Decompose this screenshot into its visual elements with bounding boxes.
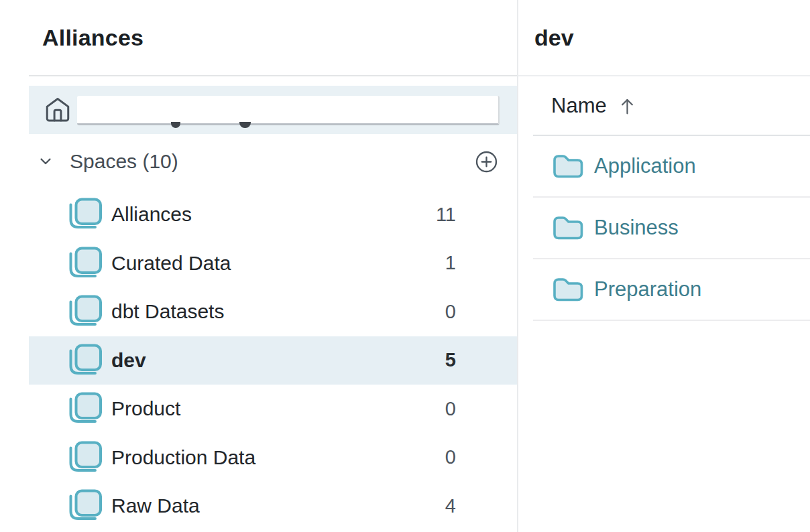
space-name-label: Product [111, 397, 180, 420]
sidebar-divider [29, 75, 517, 76]
table-row[interactable]: Business [533, 198, 810, 259]
sidebar-space-item[interactable]: Product 0 [29, 385, 517, 434]
contents-table: Name Application Business Preparation [533, 76, 810, 321]
sidebar-space-item[interactable]: Alliances 11 [29, 190, 517, 239]
arrow-up-icon [618, 96, 636, 116]
sidebar-space-item[interactable]: dev 5 [29, 336, 517, 385]
space-name-label: Production Data [111, 446, 255, 469]
space-dataset-count: 5 [445, 349, 456, 371]
sidebar-title: Alliances [42, 26, 143, 49]
folder-icon [552, 276, 584, 303]
space-icon [68, 295, 103, 328]
sidebar-space-item[interactable]: Production Data 0 [29, 434, 517, 482]
space-icon [68, 441, 103, 474]
space-name-label: Raw Data [111, 494, 200, 517]
space-name-label: dev [111, 349, 146, 372]
space-name-label: Alliances [111, 203, 192, 226]
table-header-row[interactable]: Name [533, 76, 810, 136]
redacted-text-overlay [77, 96, 500, 125]
space-dataset-count: 11 [436, 204, 456, 226]
folder-icon [552, 214, 584, 241]
page-title: dev [534, 26, 574, 49]
app-window: Alliances Spaces (10) [0, 0, 810, 532]
spaces-list: Alliances 11 Curated Data 1 dbt Datasets… [29, 190, 517, 531]
space-details-panel: dev Name Application Business [518, 0, 810, 532]
table-row[interactable]: Application [533, 136, 810, 198]
space-dataset-count: 1 [445, 252, 456, 274]
space-name-label: Curated Data [111, 252, 231, 275]
space-icon [68, 344, 103, 377]
sidebar-space-item[interactable]: Raw Data 4 [29, 482, 517, 531]
space-dataset-count: 0 [445, 301, 456, 323]
space-name-label: dbt Datasets [111, 300, 224, 323]
home-icon [44, 94, 72, 125]
folder-link[interactable]: Preparation [594, 277, 701, 302]
sidebar-space-item[interactable]: Curated Data 1 [29, 239, 517, 288]
space-dataset-count: 0 [445, 398, 456, 420]
redacted-letter-descender [239, 122, 251, 128]
space-icon [68, 392, 103, 425]
chevron-down-icon[interactable] [38, 153, 54, 170]
sidebar-space-item[interactable]: dbt Datasets 0 [29, 287, 517, 336]
space-dataset-count: 4 [445, 495, 456, 517]
table-row[interactable]: Preparation [533, 259, 810, 321]
name-column-header[interactable]: Name [551, 94, 607, 118]
home-row[interactable] [29, 86, 517, 134]
folder-icon [552, 153, 584, 180]
folder-link[interactable]: Application [594, 154, 696, 178]
folder-link[interactable]: Business [594, 216, 679, 240]
space-dataset-count: 0 [445, 446, 456, 468]
plus-circle-icon [474, 149, 499, 174]
space-icon [68, 247, 103, 280]
spaces-header-label: Spaces (10) [70, 150, 178, 173]
add-space-button[interactable] [474, 149, 499, 174]
folder-list: Application Business Preparation [533, 136, 810, 321]
redacted-letter-descender [171, 122, 180, 128]
spaces-section-header: Spaces (10) [29, 146, 517, 177]
space-icon [68, 198, 103, 231]
space-icon [68, 489, 103, 523]
sidebar-catalog: Alliances Spaces (10) [0, 0, 517, 532]
